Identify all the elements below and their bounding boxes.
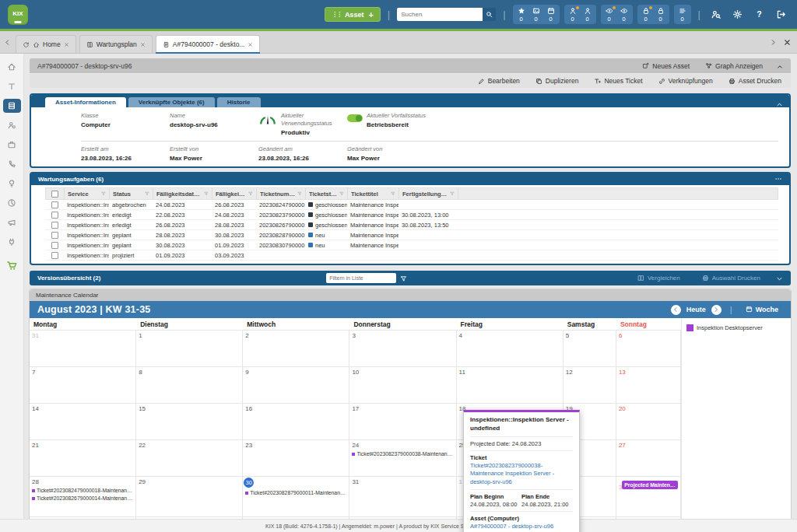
user-search-icon[interactable] <box>711 9 721 19</box>
funnel-icon[interactable] <box>297 191 302 196</box>
close-icon[interactable] <box>783 38 792 47</box>
calendar-event[interactable]: Ticket#2023082379000038-Maintenance Insp… <box>352 451 453 457</box>
gear-icon[interactable] <box>732 9 743 19</box>
calendar-day-cell[interactable]: 21 <box>30 439 136 476</box>
search-button[interactable] <box>483 8 496 21</box>
sidebar-item-bulb[interactable] <box>3 177 21 191</box>
next-period-button[interactable] <box>711 305 722 315</box>
column-ticketstatus[interactable]: Ticketstatus <box>306 188 348 199</box>
bearbeiten-button[interactable]: Bearbeiten <box>478 77 520 85</box>
calendar-day-cell[interactable]: 29 <box>136 476 243 516</box>
funnel-icon[interactable] <box>450 191 455 196</box>
chevron-down-icon[interactable] <box>776 275 783 282</box>
calendar-event[interactable]: Ticket#2023082879000011-Maintenance Insp… <box>245 490 346 495</box>
calendar-day-cell[interactable]: 12 <box>564 366 616 403</box>
close-icon[interactable] <box>140 42 146 47</box>
calendar-day-cell[interactable]: 7 <box>30 366 136 403</box>
close-icon[interactable] <box>64 42 69 47</box>
funnel-icon[interactable] <box>391 191 395 196</box>
sidebar-item-ticket[interactable] <box>3 79 21 93</box>
column-fälligkeitsdatum-f[interactable]: Fälligkeitsdatum F... <box>212 188 257 199</box>
kix-logo[interactable]: KIX <box>8 5 28 25</box>
list-filter-input[interactable] <box>326 273 396 283</box>
neues-asset-button[interactable]: Neues Asset <box>642 62 690 70</box>
calendar-day-cell[interactable]: 27 <box>616 439 681 476</box>
sidebar-item-phone[interactable] <box>3 157 21 171</box>
task-row[interactable]: Inspektionen::Insp...geplant28.08.202330… <box>45 230 778 240</box>
tooltip-asset-link[interactable]: A#794000007 - desktop-srv-u96 <box>470 523 573 531</box>
counter-user-icon[interactable]: 0 <box>569 7 577 23</box>
funnel-icon[interactable] <box>101 191 106 196</box>
row-checkbox[interactable] <box>51 212 58 219</box>
funnel-icon[interactable] <box>248 191 253 196</box>
help-icon[interactable]: ? <box>754 9 764 19</box>
row-checkbox[interactable] <box>51 242 58 249</box>
counter-eye-icon[interactable]: 0 <box>620 7 628 23</box>
auswahl-drucken-button[interactable]: Auswahl Drucken <box>697 274 765 282</box>
new-asset-quick-button[interactable]: ⋮⋮ Asset + <box>325 7 381 22</box>
dots-icon[interactable] <box>774 175 782 183</box>
sidebar-item-cart[interactable] <box>3 258 21 272</box>
info-tab-verknüpfte-objekte-6[interactable]: Verknüpfte Objekte (6) <box>128 97 215 107</box>
calendar-day-cell[interactable]: 31 <box>30 330 136 366</box>
calendar-day-cell[interactable]: 17 <box>349 403 456 439</box>
funnel-icon[interactable] <box>400 275 407 282</box>
column-fertigstellungster[interactable]: Fertigstellungster... <box>399 188 458 199</box>
calendar-day-cell[interactable]: 9 <box>243 366 349 403</box>
task-row[interactable]: Inspektionen::Insp...geplant30.08.202301… <box>45 240 778 250</box>
counter-eye-icon[interactable]: 0 <box>606 7 613 23</box>
counter-lock-icon[interactable]: 0 <box>642 7 650 23</box>
calendar-day-cell[interactable]: 15 <box>136 403 243 439</box>
counter-image-icon[interactable]: 0 <box>532 7 540 23</box>
column-service[interactable]: Service <box>65 188 110 199</box>
verknüpfungen-button[interactable]: Verknüpfungen <box>658 77 713 85</box>
task-row[interactable]: Inspektionen::Insp...erledigt22.08.20232… <box>45 210 778 220</box>
sidebar-item-megaphone[interactable] <box>3 215 21 229</box>
row-checkbox[interactable] <box>51 232 58 239</box>
calendar-event[interactable]: Ticket#2023082679000014-Maintenance Insp… <box>32 495 133 501</box>
graph-anzeigen-button[interactable]: Graph Anzeigen <box>705 62 763 70</box>
neues-ticket-button[interactable]: Neues Ticket <box>594 77 642 85</box>
calendar-day-cell[interactable]: 13 <box>616 366 681 403</box>
calendar-day-cell[interactable]: 31 <box>349 476 456 516</box>
row-checkbox[interactable] <box>51 252 58 259</box>
calendar-day-cell[interactable]: 30Ticket#2023082879000011-Maintenance In… <box>243 476 349 516</box>
asset-drucken-button[interactable]: Asset Drucken <box>729 77 781 85</box>
counter-lock-icon[interactable]: 0 <box>657 7 665 23</box>
chevron-left-icon[interactable] <box>4 39 11 46</box>
sidebar-item-case[interactable] <box>3 138 21 152</box>
info-tab-asset-informationen[interactable]: Asset-Informationen <box>45 97 126 107</box>
funnel-icon[interactable] <box>339 191 344 196</box>
select-all-checkbox[interactable] <box>46 188 65 199</box>
calendar-day-cell[interactable]: 8 <box>136 366 243 403</box>
column-fälligkeitsdatum-p[interactable]: Fälligkeitsdatum (P... <box>153 188 212 199</box>
calendar-day-cell[interactable]: 2 <box>243 330 349 366</box>
counter-user-icon[interactable]: 0 <box>584 7 592 23</box>
column-ticketnummer[interactable]: Ticketnummer <box>257 188 306 199</box>
prev-period-button[interactable] <box>671 305 681 315</box>
column-tickettitel[interactable]: Tickettitel <box>348 188 399 199</box>
sidebar-item-plug[interactable] <box>3 235 21 249</box>
sidebar-item-users[interactable] <box>3 118 21 132</box>
info-tab-historie[interactable]: Historie <box>217 97 261 107</box>
calendar-day-cell[interactable]: 1 <box>136 330 243 366</box>
counter-list-icon[interactable]: 0 <box>679 7 686 23</box>
calendar-day-cell[interactable]: 28Ticket#2023082479000018-Maintenance In… <box>30 476 136 516</box>
counter-calendar-icon[interactable]: 0 <box>547 7 555 23</box>
calendar-day-cell[interactable]: 6 <box>616 330 681 366</box>
column-status[interactable]: Status <box>110 188 153 199</box>
calendar-event[interactable]: Ticket#2023082479000018-Maintenance Insp… <box>32 488 133 493</box>
row-checkbox[interactable] <box>51 201 58 208</box>
funnel-icon[interactable] <box>204 191 209 196</box>
close-icon[interactable] <box>248 42 253 47</box>
calendar-event-block[interactable]: Projected Maintenan... <box>622 481 678 489</box>
calendar-day-cell[interactable]: 14 <box>30 403 136 439</box>
tab-home[interactable]: Home <box>16 35 76 53</box>
calendar-day-cell[interactable]: 23 <box>243 439 349 476</box>
tooltip-ticket-link[interactable]: Ticket#2023082379000038-Maintenance Insp… <box>470 462 573 487</box>
tab-wartungsplan[interactable]: Wartungsplan <box>79 35 153 53</box>
calendar-day-cell[interactable]: 3 <box>349 330 456 366</box>
calendar-day-cell[interactable]: 16 <box>243 403 349 439</box>
calendar-day-cell[interactable]: 3Projected Maintenan... <box>616 476 681 516</box>
task-row[interactable]: Inspektionen::Insp...abgebrochen24.08.20… <box>45 200 778 210</box>
